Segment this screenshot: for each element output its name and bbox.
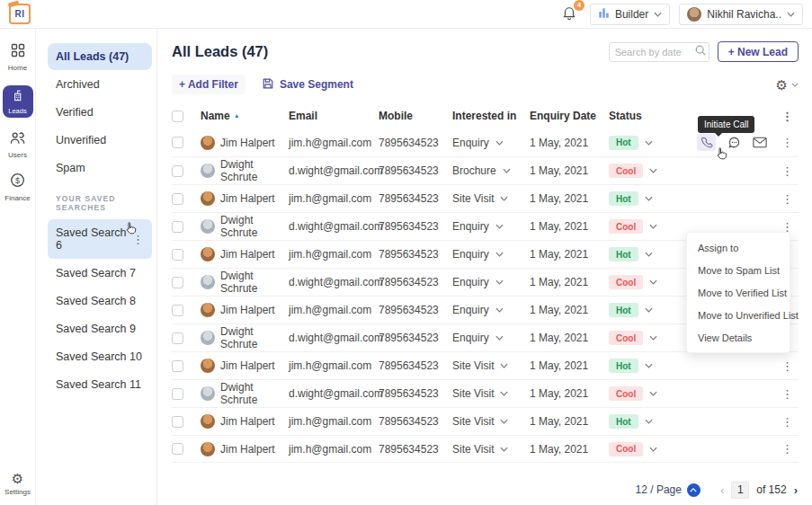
menu-item[interactable]: View Details [687,326,790,349]
saved-search-item[interactable]: Saved Search 7 ⋮ [48,260,152,287]
row-kebab-icon[interactable]: ⋮ [779,165,796,177]
row-kebab-icon[interactable]: ⋮ [779,221,796,233]
status-dropdown[interactable]: Cool [609,275,677,289]
row-kebab-icon[interactable]: ⋮ [779,360,796,372]
row-checkbox[interactable] [172,305,183,316]
row-checkbox[interactable] [172,193,183,205]
status-dropdown[interactable]: Hot [609,303,677,317]
status-dropdown[interactable]: Hot [609,359,677,373]
next-page-button[interactable]: › [794,483,798,497]
column-header-interested[interactable]: Interested in [452,110,530,122]
column-header-email[interactable]: Email [289,110,379,122]
status-dropdown[interactable]: Hot [609,191,677,206]
table-row[interactable]: Jim Halpert jim.h@gmail.com 7895634523 S… [172,184,799,212]
rail-item-users[interactable]: Users [8,131,27,159]
interested-in-dropdown[interactable]: Brochure [452,164,530,177]
column-header-status[interactable]: Status [609,110,677,122]
sidebar-item[interactable]: Verified [48,99,152,126]
header-kebab-icon[interactable]: ⋮ [779,111,796,122]
user-menu[interactable]: Nikhil Ravicha.. [679,4,803,25]
table-settings-button[interactable]: ⚙ [776,78,799,92]
row-checkbox[interactable] [172,416,183,428]
rail-item-finance[interactable]: $ Finance [4,173,30,202]
interested-in-dropdown[interactable]: Site Visit [452,359,530,372]
row-checkbox[interactable] [172,165,183,177]
menu-item[interactable]: Assign to [687,236,790,259]
builder-dropdown[interactable]: Builder [590,4,670,25]
menu-item[interactable]: Move to Spam List [687,259,790,281]
rail-item-settings[interactable]: ⚙ Settings [4,472,31,496]
column-header-date[interactable]: Enquiry Date [530,110,609,122]
column-header-name[interactable]: Name▲ [201,110,289,122]
row-checkbox[interactable] [172,221,183,233]
status-dropdown[interactable]: Cool [609,219,677,234]
sort-asc-icon: ▲ [234,112,240,119]
row-checkbox[interactable] [172,332,183,344]
saved-search-item[interactable]: Saved Search 10 ⋮ [48,343,152,370]
column-header-mobile[interactable]: Mobile [379,110,452,122]
row-kebab-icon[interactable]: ⋮ [779,193,796,205]
status-dropdown[interactable]: Cool [609,164,677,178]
interested-in-dropdown[interactable]: Site Visit [452,443,530,456]
saved-search-item[interactable]: Saved Search 6 ⋮ [48,219,152,259]
sidebar-item[interactable]: Unverified [48,127,152,154]
interested-in-dropdown[interactable]: Enquiry [452,332,530,344]
kebab-icon[interactable]: ⋮ [129,234,147,245]
table-row[interactable]: Dwight Schrute d.wight@gmail.com 7895634… [172,379,799,407]
interested-in-dropdown[interactable]: Site Visit [452,415,530,428]
select-all-checkbox[interactable] [172,111,183,122]
search-input[interactable] [615,47,691,58]
rail-item-leads[interactable]: Leads [3,85,33,118]
row-kebab-icon[interactable]: ⋮ [779,137,796,148]
save-segment-button[interactable]: Save Segment [262,77,353,93]
row-checkbox[interactable] [172,249,183,261]
row-checkbox[interactable] [172,277,183,288]
row-kebab-icon[interactable]: ⋮ [779,388,796,400]
row-checkbox[interactable] [172,388,183,400]
search-icon[interactable] [694,44,707,60]
saved-search-item[interactable]: Saved Search 9 ⋮ [48,315,152,342]
interested-in-value: Enquiry [452,137,489,149]
interested-in-dropdown[interactable]: Enquiry [452,304,530,316]
prev-page-button[interactable]: ‹ [720,483,724,497]
current-page-box[interactable]: 1 [731,482,749,499]
status-dropdown[interactable]: Cool [609,442,677,456]
notifications-button[interactable]: 4 [558,3,581,26]
interested-in-dropdown[interactable]: Site Visit [452,192,530,205]
interested-in-dropdown[interactable]: Enquiry [452,220,530,233]
add-filter-button[interactable]: + Add Filter [172,75,245,94]
sidebar-item[interactable]: All Leads (47) [48,43,152,70]
chat-icon[interactable] [727,136,741,149]
table-row[interactable]: Jim Halpert jim.h@gmail.com 7895634523 S… [172,435,799,463]
sidebar-item[interactable]: Archived [48,71,152,98]
interested-in-dropdown[interactable]: Enquiry [452,248,530,261]
interested-in-dropdown[interactable]: Site Visit [452,387,530,400]
saved-search-item[interactable]: Saved Search 11 ⋮ [48,371,152,398]
app-logo[interactable]: RI [9,4,31,24]
row-checkbox[interactable] [172,137,183,148]
interested-in-dropdown[interactable]: Enquiry [452,137,530,149]
rail-item-home[interactable]: Home [8,43,27,72]
row-kebab-icon[interactable]: ⋮ [779,443,796,455]
phone-icon[interactable] [697,134,716,151]
status-badge: Cool [609,275,643,289]
status-dropdown[interactable]: Cool [609,386,677,401]
table-row[interactable]: Jim Halpert jim.h@gmail.com 7895634523 S… [172,351,799,379]
interested-in-dropdown[interactable]: Enquiry [452,276,530,288]
table-row[interactable]: Jim Halpert jim.h@gmail.com 7895634523 S… [172,407,799,435]
saved-search-item[interactable]: Saved Search 8 ⋮ [48,288,152,315]
menu-item[interactable]: Move to Verified List [687,281,790,304]
row-checkbox[interactable] [172,443,183,455]
mail-icon[interactable] [753,137,767,148]
status-dropdown[interactable]: Hot [609,414,677,429]
status-dropdown[interactable]: Cool [609,331,677,345]
status-dropdown[interactable]: Hot [609,247,677,261]
new-lead-button[interactable]: + New Lead [718,41,799,62]
table-row[interactable]: Dwight Schrute d.wight@gmail.com 7895634… [172,156,799,184]
per-page-selector[interactable]: 12 / Page [636,483,700,497]
menu-item[interactable]: Move to Unverified List [687,304,790,326]
row-kebab-icon[interactable]: ⋮ [779,416,796,428]
sidebar-item[interactable]: Spam [48,155,152,182]
row-checkbox[interactable] [172,360,183,372]
status-dropdown[interactable]: Hot [609,136,677,150]
